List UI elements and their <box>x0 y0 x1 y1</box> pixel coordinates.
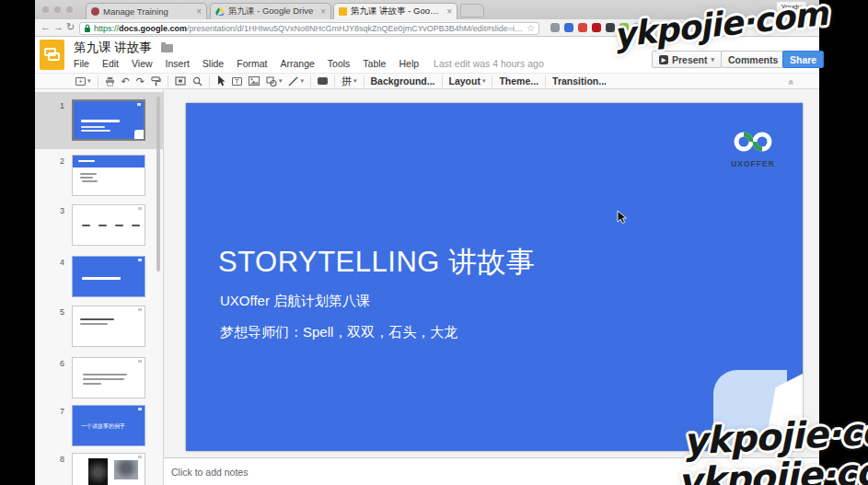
window-controls[interactable] <box>42 6 73 13</box>
zoom-fit-button[interactable] <box>175 76 186 86</box>
notes-placeholder[interactable]: Click to add notes <box>171 467 248 478</box>
new-slide-button[interactable]: +▾ <box>75 77 91 86</box>
menu-arrange[interactable]: Arrange <box>280 58 314 69</box>
tab-google-slides-active[interactable]: 第九课 讲故事 - Google Sli × <box>333 3 457 19</box>
slide-subtitle[interactable]: UXOffer 启航计划第八课 <box>220 293 370 310</box>
tab-google-drive[interactable]: 第九课 - Google Drive × <box>210 3 331 19</box>
slide-number: 2 <box>52 156 64 166</box>
thumb-logo-mark <box>138 360 142 363</box>
filmstrip-scrollbar[interactable] <box>156 97 160 271</box>
bookmark-star-icon[interactable]: ☆ <box>527 23 535 33</box>
layout-button[interactable]: Layout▾ <box>449 75 486 87</box>
current-slide[interactable]: UXOFFER STORYTELLING 讲故事 UXOffer 启航计划第八课… <box>186 103 803 451</box>
insert-line-button[interactable]: ▾ <box>288 76 304 87</box>
line-icon <box>288 76 298 87</box>
close-tab-icon[interactable]: × <box>320 6 326 17</box>
collapse-toolbar-icon[interactable]: « <box>787 80 797 84</box>
thumb-photo <box>88 458 108 485</box>
slide-thumbnail-7[interactable]: 一个讲故事的例子 <box>72 405 145 446</box>
move-to-folder-icon[interactable] <box>161 44 173 52</box>
paint-roller-icon <box>151 76 161 87</box>
redo-button[interactable]: ↷ <box>136 76 145 87</box>
menu-insert[interactable]: Insert <box>166 58 190 69</box>
browser-extension-icon[interactable] <box>550 23 560 32</box>
comments-button[interactable]: Comments <box>721 51 785 68</box>
shape-dropdown-icon[interactable]: ▾ <box>279 77 283 85</box>
google-slides-logo-icon[interactable] <box>40 40 64 70</box>
address-bar[interactable]: https://docs.google.com/presentation/d/1… <box>79 22 539 35</box>
menu-tools[interactable]: Tools <box>328 58 351 69</box>
drive-favicon <box>215 7 225 16</box>
theme-button[interactable]: Theme... <box>499 75 538 87</box>
slide-number: 5 <box>52 307 64 317</box>
minimize-window-icon[interactable] <box>54 6 61 13</box>
line-dropdown-icon[interactable]: ▾ <box>300 77 304 85</box>
insert-image-button[interactable] <box>249 76 260 86</box>
shapes-icon <box>266 76 277 87</box>
slide-mentors[interactable]: 梦想导师们：Spell，双双，石头，大龙 <box>220 324 457 341</box>
thumb-logo-mark <box>137 103 141 106</box>
zoom-button[interactable] <box>192 76 203 87</box>
slide-thumbnail-8[interactable] <box>72 453 145 485</box>
transition-button[interactable]: Transition... <box>552 75 607 87</box>
select-tool-button[interactable] <box>216 75 226 87</box>
slide-thumbnail-2[interactable] <box>72 155 145 196</box>
slide-thumbnail-6[interactable] <box>72 357 145 398</box>
menu-bar: File Edit View Insert Slide Format Arran… <box>74 58 544 69</box>
thumb-logo-mark <box>138 308 142 311</box>
fit-screen-icon <box>175 76 186 86</box>
menu-file[interactable]: File <box>74 58 89 69</box>
forward-icon[interactable]: → <box>53 21 64 32</box>
reload-icon[interactable]: ↻ <box>66 21 75 33</box>
maximize-window-icon[interactable] <box>66 6 73 13</box>
slide-number: 3 <box>52 206 64 215</box>
manage-training-favicon <box>91 7 99 16</box>
share-label: Share <box>790 54 816 65</box>
menu-help[interactable]: Help <box>399 58 419 69</box>
present-button[interactable]: ▶ Present ▾ <box>652 51 722 68</box>
textbox-icon: T <box>232 77 242 86</box>
tab-title: Manage Training <box>103 6 192 17</box>
tab-manage-training[interactable]: Manage Training × <box>86 3 207 19</box>
slide-thumbnail-1[interactable] <box>72 99 145 141</box>
slide-thumbnail-5[interactable] <box>72 306 145 347</box>
thumb-fold-corner <box>134 130 144 139</box>
menu-view[interactable]: View <box>132 58 153 69</box>
new-slide-dropdown-icon[interactable]: ▾ <box>87 77 91 85</box>
browser-extension-icon[interactable] <box>578 23 587 32</box>
undo-button[interactable]: ↶ <box>122 76 130 87</box>
browser-extension-icon[interactable] <box>592 23 601 32</box>
close-tab-icon[interactable]: × <box>196 6 202 17</box>
select-arrow-icon <box>216 75 226 87</box>
close-window-icon[interactable] <box>42 6 49 13</box>
textbox-tool-button[interactable]: T <box>232 77 242 86</box>
share-button[interactable]: Share <box>782 51 824 68</box>
menu-format[interactable]: Format <box>237 58 267 69</box>
print-button[interactable] <box>105 76 115 87</box>
insert-shape-button[interactable]: ▾ <box>266 76 283 87</box>
menu-edit[interactable]: Edit <box>102 58 119 69</box>
layout-dropdown-icon[interactable]: ▾ <box>482 77 486 85</box>
paint-format-button[interactable] <box>151 76 161 87</box>
slide-thumbnail-3[interactable] <box>72 204 145 246</box>
menu-slide[interactable]: Slide <box>203 58 224 69</box>
url-host: docs.google.com <box>119 24 187 33</box>
document-title[interactable]: 第九课 讲故事 <box>74 40 152 56</box>
thumb-photo <box>114 460 138 479</box>
back-icon[interactable]: ← <box>41 21 51 32</box>
thumb-text: 一个讲故事的例子 <box>81 422 125 431</box>
background-button[interactable]: Background... <box>371 75 435 87</box>
thumb-logo-mark <box>138 259 142 261</box>
browser-extension-icon[interactable] <box>564 23 573 32</box>
input-tools-button[interactable]: 拼▾ <box>341 75 357 88</box>
close-tab-icon[interactable]: × <box>446 6 452 17</box>
present-dropdown-icon[interactable]: ▾ <box>712 56 715 64</box>
slide-title[interactable]: STORYTELLING 讲故事 <box>218 243 536 282</box>
insert-comment-button[interactable] <box>318 77 328 85</box>
input-tools-dropdown-icon[interactable]: ▾ <box>353 77 357 85</box>
menu-table[interactable]: Table <box>363 58 386 69</box>
last-edit-status[interactable]: Last edit was 4 hours ago <box>434 58 544 69</box>
slide-thumbnail-4[interactable] <box>72 256 145 297</box>
input-tools-icon: 拼 <box>341 75 352 88</box>
new-tab-button[interactable] <box>460 4 484 17</box>
